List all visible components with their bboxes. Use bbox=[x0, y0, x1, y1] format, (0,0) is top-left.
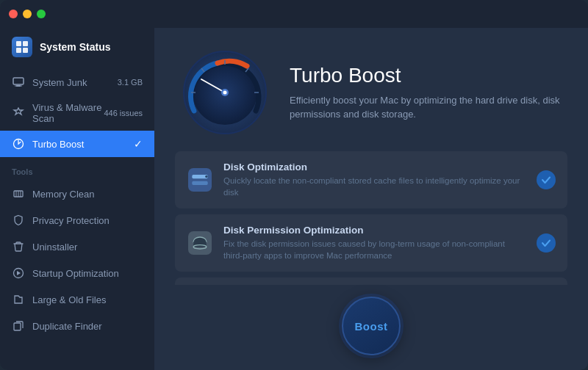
sidebar-item-large-old-files[interactable]: Large & Old Files bbox=[0, 286, 154, 313]
uninstaller-icon bbox=[12, 240, 25, 253]
app-logo bbox=[12, 37, 32, 57]
feature-disk-perm-desc: Fix the disk permission issues caused by… bbox=[223, 238, 526, 261]
sidebar-item-system-junk-label: System Junk bbox=[32, 77, 118, 88]
sidebar-item-virus-badge: 446 issues bbox=[104, 109, 143, 117]
turbo-gauge bbox=[181, 48, 269, 137]
sidebar-item-memory-clean[interactable]: Memory Clean bbox=[0, 181, 154, 207]
svg-rect-24 bbox=[188, 168, 212, 192]
memory-icon bbox=[12, 187, 25, 200]
sidebar-item-system-junk-badge: 3.1 GB bbox=[118, 78, 143, 87]
startup-icon bbox=[12, 266, 25, 280]
turbo-boost-check: ✓ bbox=[134, 138, 143, 150]
feature-disk-opt-text: Disk Optimization Quickly locate the non… bbox=[223, 162, 526, 198]
turbo-icon bbox=[12, 137, 25, 150]
disk-opt-check bbox=[537, 170, 556, 189]
svg-rect-0 bbox=[16, 41, 21, 46]
app-window: System Status System Junk 3.1 GB bbox=[0, 0, 588, 370]
monitor-icon bbox=[12, 76, 25, 89]
minimize-button[interactable] bbox=[23, 10, 32, 18]
svg-rect-31 bbox=[193, 242, 207, 247]
sidebar-item-privacy-label: Privacy Protection bbox=[32, 215, 143, 226]
sidebar-item-duplicate-label: Duplicate Finder bbox=[32, 321, 143, 332]
gauge-container bbox=[181, 48, 269, 137]
feature-storage-optimization: Storage Optimization Correct the modifie… bbox=[175, 278, 567, 285]
sidebar-item-duplicate-finder[interactable]: Duplicate Finder bbox=[0, 313, 154, 339]
boost-button[interactable]: Boost bbox=[342, 297, 401, 355]
sidebar: System Status System Junk 3.1 GB bbox=[0, 28, 154, 370]
privacy-icon bbox=[12, 214, 25, 227]
sidebar-item-files-label: Large & Old Files bbox=[32, 294, 143, 305]
maximize-button[interactable] bbox=[37, 10, 46, 18]
svg-point-27 bbox=[205, 175, 208, 178]
feature-disk-opt-title: Disk Optimization bbox=[223, 162, 526, 173]
header-info: Turbo Boost Efficiently boost your Mac b… bbox=[290, 64, 562, 122]
page-description: Efficiently boost your Mac by optimizing… bbox=[290, 93, 562, 122]
boost-area: Boost bbox=[154, 285, 588, 370]
sidebar-item-privacy-protection[interactable]: Privacy Protection bbox=[0, 207, 154, 233]
duplicate-icon bbox=[12, 319, 25, 333]
tools-section-label: Tools bbox=[0, 157, 154, 181]
sidebar-item-uninstaller-label: Uninstaller bbox=[32, 242, 143, 253]
feature-disk-permission: Disk Permission Optimization Fix the dis… bbox=[175, 214, 567, 272]
feature-disk-optimization: Disk Optimization Quickly locate the non… bbox=[175, 151, 567, 208]
sidebar-item-uninstaller[interactable]: Uninstaller bbox=[0, 233, 154, 260]
sidebar-header: System Status bbox=[0, 28, 154, 69]
virus-icon bbox=[12, 106, 25, 120]
features-list: Disk Optimization Quickly locate the non… bbox=[154, 151, 588, 285]
svg-rect-3 bbox=[23, 48, 28, 53]
disk-perm-check bbox=[537, 233, 556, 253]
svg-rect-13 bbox=[14, 323, 21, 330]
feature-disk-perm-text: Disk Permission Optimization Fix the dis… bbox=[223, 225, 526, 261]
disk-perm-icon bbox=[187, 230, 213, 256]
sidebar-item-startup-label: Startup Optimization bbox=[32, 268, 143, 279]
disk-opt-icon bbox=[187, 167, 213, 193]
traffic-lights bbox=[9, 10, 46, 18]
titlebar bbox=[0, 0, 588, 28]
sidebar-item-virus-label: Virus & Malware Scan bbox=[32, 102, 104, 124]
svg-rect-26 bbox=[192, 181, 207, 185]
close-button[interactable] bbox=[9, 10, 18, 18]
sidebar-item-memory-label: Memory Clean bbox=[32, 189, 143, 200]
main-layout: System Status System Junk 3.1 GB bbox=[0, 28, 588, 370]
feature-disk-perm-title: Disk Permission Optimization bbox=[223, 225, 526, 236]
svg-rect-2 bbox=[16, 48, 21, 53]
sidebar-item-virus-malware[interactable]: Virus & Malware Scan 446 issues bbox=[0, 95, 154, 131]
content-header: Turbo Boost Efficiently boost your Mac b… bbox=[154, 28, 588, 151]
sidebar-item-turbo-label: Turbo Boost bbox=[32, 139, 129, 150]
svg-point-18 bbox=[223, 91, 227, 95]
svg-rect-4 bbox=[13, 78, 24, 84]
sidebar-title: System Status bbox=[40, 41, 110, 53]
sidebar-item-system-junk[interactable]: System Junk 3.1 GB bbox=[0, 69, 154, 95]
svg-rect-1 bbox=[23, 41, 28, 46]
page-title: Turbo Boost bbox=[290, 64, 562, 87]
sidebar-item-turbo-boost[interactable]: Turbo Boost ✓ bbox=[0, 131, 154, 157]
sidebar-item-startup-optimization[interactable]: Startup Optimization bbox=[0, 260, 154, 286]
content-area: Turbo Boost Efficiently boost your Mac b… bbox=[154, 28, 588, 370]
files-icon bbox=[12, 293, 25, 306]
feature-disk-opt-desc: Quickly locate the non-compliant stored … bbox=[223, 175, 526, 198]
